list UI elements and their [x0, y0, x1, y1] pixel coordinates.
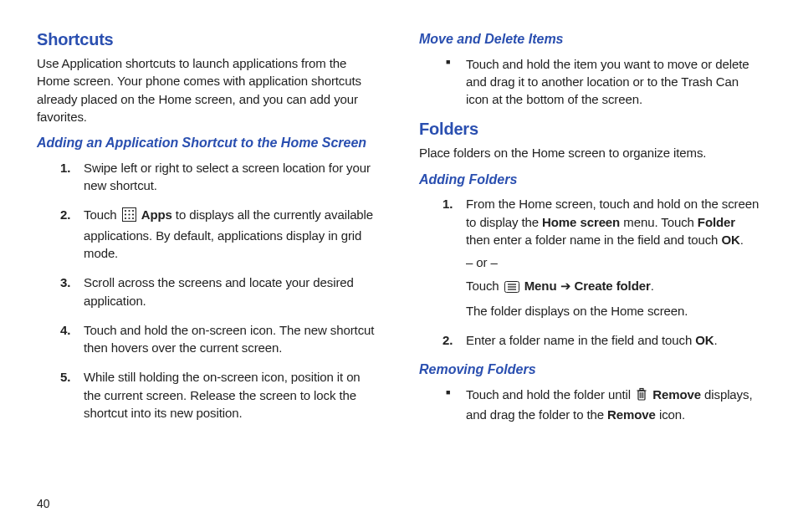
menu-label: Menu [524, 279, 557, 293]
text-end: . [740, 233, 744, 247]
text-mid2: then enter a folder name in the field an… [466, 233, 721, 247]
svg-point-4 [125, 214, 126, 216]
page-number: 40 [37, 497, 50, 510]
text-mid1: menu. Touch [620, 215, 698, 229]
apps-label: Apps [141, 207, 172, 222]
step-text: Scroll across the screens and locate you… [84, 275, 354, 307]
svg-point-9 [132, 217, 134, 219]
step-5: 5. While still holding the on-screen ico… [60, 368, 379, 422]
alt-instruction: Touch Menu ➔ Create folder. [466, 277, 761, 297]
shortcuts-intro: Use Application shortcuts to launch appl… [37, 54, 379, 125]
home-screen-label: Home screen [542, 215, 620, 229]
text-end: icon. [656, 407, 685, 422]
bullet-text: Touch and hold the item you want to move… [466, 57, 749, 107]
adding-folders-steps: 1. From the Home screen, touch and hold … [442, 195, 761, 349]
text-pre: Touch [466, 279, 503, 293]
move-delete-bullet: Touch and hold the item you want to move… [442, 55, 761, 109]
menu-icon [504, 279, 519, 297]
remove-label-2: Remove [607, 407, 656, 422]
svg-point-2 [128, 210, 130, 212]
svg-point-1 [125, 210, 126, 212]
folders-intro: Place folders on the Home screen to orga… [419, 144, 761, 161]
removing-folders-list: Touch and hold the folder until Remove d… [442, 386, 761, 424]
step-1: 1. From the Home screen, touch and hold … [442, 195, 761, 320]
heading-shortcuts: Shortcuts [37, 30, 379, 49]
move-delete-list: Touch and hold the item you want to move… [442, 55, 761, 109]
step-text: Touch and hold the on-screen icon. The n… [84, 323, 374, 355]
step-number: 4. [60, 321, 70, 339]
svg-point-7 [125, 217, 126, 219]
step-number: 3. [60, 274, 70, 291]
svg-point-8 [128, 217, 130, 219]
step-4: 4. Touch and hold the on-screen icon. Th… [60, 321, 379, 357]
step-number: 1. [60, 159, 70, 176]
svg-rect-19 [640, 389, 643, 391]
step-text: Swipe left or right to select a screen l… [84, 161, 371, 192]
svg-point-6 [132, 214, 134, 216]
step-text: While still holding the on-screen icon, … [84, 370, 361, 420]
page-columns: Shortcuts Use Application shortcuts to l… [37, 30, 761, 436]
result-text: The folder displays on the Home screen. [466, 302, 761, 320]
subheading-add-shortcut: Adding an Application Shortcut to the Ho… [37, 134, 379, 152]
text-pre: Touch and hold the folder until [466, 387, 634, 402]
apps-grid-icon [122, 207, 136, 226]
step-number: 2. [442, 331, 453, 349]
left-column: Shortcuts Use Application shortcuts to l… [37, 30, 379, 436]
remove-folder-bullet: Touch and hold the folder until Remove d… [442, 386, 761, 424]
trash-icon [636, 387, 647, 406]
step-text-pre: Touch [84, 207, 120, 222]
folder-label: Folder [698, 215, 735, 229]
or-divider: – or – [466, 253, 761, 271]
subheading-move-delete: Move and Delete Items [419, 30, 761, 49]
right-column: Move and Delete Items Touch and hold the… [419, 30, 761, 436]
text-pre: Enter a folder name in the field and tou… [466, 333, 695, 347]
text-end: . [714, 333, 718, 347]
create-folder-label: Create folder [575, 279, 651, 293]
svg-point-3 [132, 210, 134, 212]
subheading-adding-folders: Adding Folders [419, 171, 761, 189]
arrow-icon: ➔ [556, 279, 574, 293]
step-number: 5. [60, 368, 70, 386]
ok-label: OK [721, 233, 739, 247]
remove-label: Remove [652, 387, 701, 402]
step-1: 1. Swipe left or right to select a scree… [60, 159, 379, 195]
step-2: 2. Touch Apps to displays all the curren… [60, 206, 379, 262]
step-number: 2. [60, 206, 70, 223]
ok-label: OK [695, 333, 714, 347]
svg-point-5 [128, 214, 130, 216]
step-3: 3. Scroll across the screens and locate … [60, 274, 379, 309]
add-shortcut-steps: 1. Swipe left or right to select a scree… [60, 159, 379, 422]
step-2: 2. Enter a folder name in the field and … [442, 331, 761, 349]
text-end: . [651, 279, 654, 293]
step-number: 1. [442, 195, 453, 212]
subheading-removing-folders: Removing Folders [419, 361, 761, 379]
heading-folders: Folders [419, 120, 761, 139]
